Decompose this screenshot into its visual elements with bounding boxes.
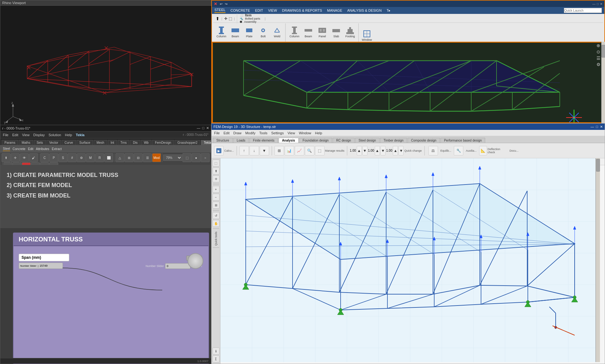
gh-menu-edit[interactable]: Edit	[12, 133, 18, 137]
tekla-scrollbar-v[interactable]	[601, 42, 605, 123]
gh-tool-c4[interactable]: #	[68, 153, 77, 162]
fem-tab-performance[interactable]: Performance based design	[441, 138, 485, 143]
tekla-menu-manage[interactable]: MANAGE	[327, 9, 342, 12]
fem-menu-tools[interactable]: Tools	[259, 131, 268, 135]
fem-results-5[interactable]: ⬚	[315, 146, 324, 155]
fem-num-dn-1[interactable]: ▼	[362, 146, 367, 155]
tekla-panel-btn[interactable]: Panel	[316, 25, 329, 39]
gh-menu-solution[interactable]: Solution	[48, 133, 61, 137]
gh-tool-frame[interactable]: ⬚	[182, 153, 191, 162]
tekla-right-icon-2[interactable]: ⊙	[596, 49, 601, 54]
fem-side-pan[interactable]: ✋	[213, 220, 219, 227]
tekla-menu-edit[interactable]: EDIT	[255, 9, 263, 12]
fem-tab-timber[interactable]: Timber design	[380, 138, 407, 143]
gh-tab-vector[interactable]: Vector	[46, 140, 61, 145]
gh-tool-c1[interactable]: C	[40, 153, 49, 162]
gh-subtab-concrete[interactable]: Concrete	[13, 147, 26, 151]
tekla-weld-btn[interactable]: Weld	[271, 25, 283, 39]
tekla-undo-icon[interactable]: ↩	[220, 2, 222, 6]
fem-menu-window[interactable]: Window	[299, 131, 311, 135]
fem-num-dn-2[interactable]: ▼	[380, 146, 386, 155]
fem-tab-composite[interactable]: Composite design	[408, 138, 440, 143]
fem-defl-btn[interactable]: 📐	[479, 146, 487, 155]
gh-tool-d3[interactable]: ⊟	[134, 153, 143, 162]
gh-subtab-edit[interactable]: Edit	[28, 147, 33, 151]
tekla-cursor-icon[interactable]: ⬆	[216, 16, 219, 21]
gh-menu-display[interactable]: Display	[33, 133, 45, 137]
fem-side-rotate[interactable]: ↺	[213, 212, 219, 219]
gh-tab-int[interactable]: Int	[108, 140, 117, 145]
fem-side-zoom-out[interactable]: −	[213, 194, 219, 201]
fem-num-up-2[interactable]: ▲	[375, 146, 380, 155]
fem-nav-up[interactable]: ↑	[239, 146, 249, 155]
gh-tool-paint[interactable]: 🖌	[29, 153, 38, 162]
gh-tool-select[interactable]: ⬆	[2, 153, 10, 162]
tekla-menu-drawings[interactable]: DRAWINGS & REPORTS	[282, 9, 322, 12]
fem-maximize[interactable]: □	[596, 125, 598, 129]
gh-tab-dis[interactable]: Dis	[130, 140, 140, 145]
gh-zoom-select[interactable]: 79% 100% 50%	[163, 155, 182, 161]
tekla-beam-btn-1[interactable]: Beam	[229, 25, 242, 39]
gh-tab-curve[interactable]: Curve	[62, 140, 76, 145]
fem-calc-btn[interactable]: ▶	[214, 146, 224, 155]
fem-menu-help[interactable]: Help	[315, 131, 322, 135]
fem-num-up-1[interactable]: ▲	[357, 146, 362, 155]
fem-3d-viewport[interactable]	[220, 158, 600, 362]
fem-aux-btn[interactable]: 🔧	[454, 146, 463, 155]
fem-menu-view[interactable]: View	[287, 131, 295, 135]
tekla-select-icon[interactable]: ⬚	[229, 16, 232, 21]
gh-tool-c5[interactable]: ⚙	[77, 153, 86, 162]
gh-maximize[interactable]: □	[202, 126, 204, 130]
fem-tab-loads[interactable]: Loads	[233, 138, 249, 143]
gh-subtab-extract[interactable]: Extract	[52, 147, 62, 151]
gh-tool-c2[interactable]: P	[49, 153, 58, 162]
gh-component-node[interactable]: HORIZONTAL TRUSS Span (mm) Number Slider…	[13, 233, 209, 364]
fem-side-select[interactable]: ⬚	[213, 160, 219, 167]
gh-tab-grasshopper2[interactable]: Grasshopper2	[175, 140, 200, 145]
gh-tab-tekla[interactable]: Tekla	[201, 140, 211, 145]
fem-equil-btn[interactable]: ⚖	[429, 146, 438, 155]
gh-tab-params[interactable]: Params	[2, 140, 18, 145]
gh-tool-mod[interactable]: Mod	[152, 153, 161, 162]
tekla-plate-btn[interactable]: Plate	[243, 25, 256, 39]
gh-subtab-steel[interactable]: Steel	[3, 147, 10, 151]
tekla-menu-steel[interactable]: STEEL	[214, 8, 225, 13]
fem-tab-rc[interactable]: RC design	[333, 138, 355, 143]
gh-tool-cross[interactable]: ✛	[11, 153, 20, 162]
gh-tool-dot1[interactable]: ●	[192, 153, 201, 162]
tekla-right-icon-3[interactable]: ☰	[596, 56, 601, 61]
fem-side-cursor[interactable]: ⬆	[213, 167, 219, 174]
gh-subtab-attributes[interactable]: Attributes	[36, 147, 49, 151]
tekla-menu-t[interactable]: T▸	[387, 9, 391, 13]
tekla-column-btn-2[interactable]: Column	[288, 25, 301, 39]
gh-tab-maths[interactable]: Maths	[19, 140, 33, 145]
tekla-right-icon-1[interactable]: ⊕	[596, 43, 601, 48]
gh-tool-c7[interactable]: R	[95, 153, 104, 162]
fem-num-up-3[interactable]: ▲	[393, 146, 398, 155]
tekla-bolt-btn[interactable]: Bolt	[257, 25, 269, 39]
tekla-3d-viewport[interactable]: ⊕ ⊙ ☰ ⚙	[212, 42, 605, 123]
gh-menu-view[interactable]: View	[22, 133, 30, 137]
gh-tool-eye[interactable]: 👁	[20, 153, 29, 162]
fem-menu-draw[interactable]: Draw	[233, 131, 242, 135]
gh-minimize[interactable]: —	[197, 126, 200, 130]
fem-results-1[interactable]: ⊞	[275, 146, 284, 155]
fem-menu-settings[interactable]: Settings	[271, 131, 284, 135]
fem-menu-edit[interactable]: Edit	[224, 131, 230, 135]
gh-tab-mesh[interactable]: Mesh	[94, 140, 107, 145]
tekla-minimize[interactable]: —	[592, 2, 596, 6]
gh-slider-0[interactable]: 0	[165, 263, 190, 269]
fem-tab-foundation[interactable]: Foundation design	[299, 138, 332, 143]
fem-tab-structure[interactable]: Structure	[213, 138, 233, 143]
tekla-quick-launch[interactable]	[564, 8, 602, 13]
fem-results-3[interactable]: 📈	[295, 146, 304, 155]
fem-close[interactable]: ✕	[600, 125, 603, 129]
tekla-pointer-icon[interactable]: ✛	[224, 16, 227, 21]
fem-results-2[interactable]: 📊	[285, 146, 294, 155]
fem-nav-down[interactable]: ↓	[250, 146, 259, 155]
tekla-close[interactable]: ✕	[600, 2, 602, 6]
gh-menu-file[interactable]: File	[3, 133, 9, 137]
fem-num-dn-3[interactable]: ▼	[398, 146, 404, 155]
fem-nav-select[interactable]: ▼	[260, 146, 269, 155]
gh-tool-d4[interactable]: ☰	[143, 153, 152, 162]
